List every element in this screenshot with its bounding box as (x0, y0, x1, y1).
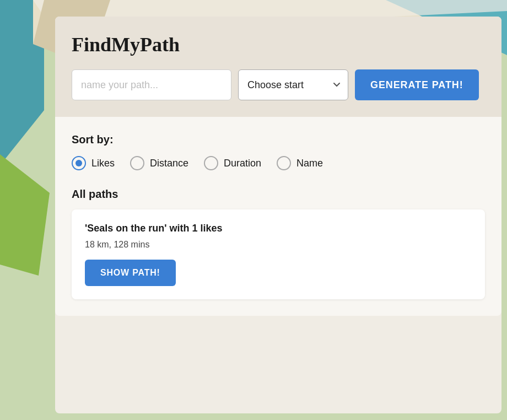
header-area: FindMyPath Choose start Location A Locat… (55, 17, 501, 117)
sort-option-distance[interactable]: Distance (130, 156, 188, 170)
path-card-title: 'Seals on the run' with 1 likes (85, 223, 472, 234)
generate-path-button[interactable]: GENERATE PATH! (355, 69, 479, 100)
path-card-meta: 18 km, 128 mins (85, 240, 472, 250)
radio-inner-likes (75, 160, 82, 166)
sort-option-duration-label: Duration (224, 158, 261, 169)
radio-name[interactable] (277, 156, 291, 170)
sort-option-name-label: Name (296, 158, 323, 169)
choose-start-select[interactable]: Choose start Location A Location B Locat… (238, 69, 348, 100)
sort-option-distance-label: Distance (150, 158, 188, 169)
radio-duration[interactable] (204, 156, 218, 170)
sort-option-duration[interactable]: Duration (204, 156, 261, 170)
sort-option-likes-label: Likes (91, 158, 115, 169)
sort-options: Likes Distance Duration Name (72, 156, 485, 170)
content-area: Sort by: Likes Distance Duration Name (55, 117, 501, 316)
sort-option-name[interactable]: Name (277, 156, 323, 170)
radio-likes[interactable] (72, 156, 86, 170)
show-path-button[interactable]: SHOW PATH! (85, 260, 176, 286)
app-title: FindMyPath (72, 33, 485, 56)
path-name-input[interactable] (72, 69, 231, 100)
controls-row: Choose start Location A Location B Locat… (72, 69, 485, 100)
all-paths-label: All paths (72, 188, 485, 201)
radio-distance[interactable] (130, 156, 144, 170)
main-panel: FindMyPath Choose start Location A Locat… (55, 17, 501, 413)
path-card: 'Seals on the run' with 1 likes 18 km, 1… (72, 209, 485, 299)
sort-option-likes[interactable]: Likes (72, 156, 115, 170)
sort-label: Sort by: (72, 133, 485, 146)
